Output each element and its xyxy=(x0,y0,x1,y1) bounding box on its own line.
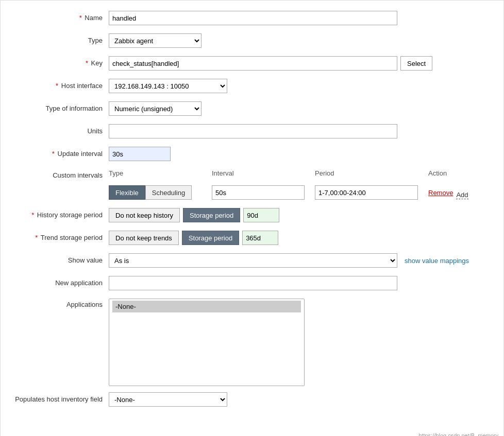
history-storage-period-button[interactable]: Storage period xyxy=(183,208,240,222)
show-value-mappings-link[interactable]: show value mappings xyxy=(405,257,469,265)
name-label: * Name xyxy=(6,11,109,22)
type-label: Type xyxy=(6,33,109,44)
history-required-star: * xyxy=(31,211,34,219)
host-interface-required-star: * xyxy=(56,82,58,90)
custom-intervals-wrap: Type Interval Period Action FlexibleSche… xyxy=(109,169,498,202)
interval-action-cell: Remove xyxy=(428,189,453,197)
type-select[interactable]: Zabbix agentZabbix agent (active)Simple … xyxy=(109,33,201,48)
col-action-label: Action xyxy=(428,169,447,179)
add-interval-link[interactable]: Add xyxy=(456,191,468,199)
show-value-wrap: As is show value mappings xyxy=(109,253,498,268)
populates-label: Populates host inventory field xyxy=(6,392,109,403)
history-storage-label: * History storage period xyxy=(6,208,109,219)
units-input[interactable] xyxy=(109,124,397,138)
trend-no-keep-button[interactable]: Do not keep trends xyxy=(109,231,179,245)
update-interval-input[interactable] xyxy=(109,147,171,161)
interval-value-input[interactable] xyxy=(212,185,305,200)
host-interface-wrap: 192.168.149.143 : 10050 xyxy=(109,79,498,93)
key-label: * Key xyxy=(6,56,109,67)
scheduling-button[interactable]: Scheduling xyxy=(145,185,192,200)
populates-select[interactable]: -None- xyxy=(109,392,227,407)
name-field-wrap xyxy=(109,11,498,25)
name-input[interactable] xyxy=(109,11,397,25)
applications-listbox[interactable]: -None- xyxy=(109,299,305,386)
new-application-input[interactable] xyxy=(109,276,397,290)
populates-wrap: -None- xyxy=(109,392,498,407)
trend-value-input[interactable] xyxy=(242,231,278,245)
add-interval-wrap: Add xyxy=(456,188,468,199)
trend-required-star: * xyxy=(35,234,38,241)
applications-label: Applications xyxy=(6,299,109,308)
units-label: Units xyxy=(6,124,109,135)
trend-storage-period-button[interactable]: Storage period xyxy=(182,231,239,245)
remove-interval-link[interactable]: Remove xyxy=(428,189,453,197)
interval-interval-cell xyxy=(212,185,315,200)
period-value-input[interactable] xyxy=(315,185,418,200)
new-application-label: New application xyxy=(6,276,109,287)
flexible-button[interactable]: Flexible xyxy=(109,185,145,200)
col-type-label: Type xyxy=(109,169,212,179)
type-of-info-wrap: Numeric (unsigned)Numeric (float)Charact… xyxy=(109,101,498,116)
history-value-input[interactable] xyxy=(243,208,279,222)
custom-intervals-label: Custom intervals xyxy=(6,169,109,179)
intervals-header: Type Interval Period Action xyxy=(109,169,447,179)
units-wrap xyxy=(109,124,498,138)
key-required-star: * xyxy=(86,59,88,67)
name-required-star: * xyxy=(79,14,82,22)
history-storage-wrap: Do not keep history Storage period xyxy=(109,208,498,222)
key-field-wrap: Select xyxy=(109,56,498,71)
trend-storage-label: * Trend storage period xyxy=(6,231,109,241)
type-of-info-select[interactable]: Numeric (unsigned)Numeric (float)Charact… xyxy=(109,101,201,116)
show-value-select[interactable]: As is xyxy=(109,253,397,268)
update-interval-wrap xyxy=(109,147,498,161)
key-input[interactable] xyxy=(109,56,397,71)
trend-storage-wrap: Do not keep trends Storage period xyxy=(109,231,498,245)
key-select-button[interactable]: Select xyxy=(400,56,432,71)
update-interval-label: * Update interval xyxy=(6,147,109,158)
type-field-wrap: Zabbix agentZabbix agent (active)Simple … xyxy=(109,33,498,48)
host-interface-select[interactable]: 192.168.149.143 : 10050 xyxy=(109,79,227,93)
interval-type-cell: FlexibleScheduling xyxy=(109,185,212,200)
type-of-info-label: Type of information xyxy=(6,101,109,112)
host-interface-label: * Host interface xyxy=(6,79,109,90)
interval-period-cell xyxy=(315,185,428,200)
col-period-label: Period xyxy=(315,169,428,179)
footer-url: https://blog.csdn.net/B_memory xyxy=(1,430,503,436)
show-value-label: Show value xyxy=(6,253,109,264)
col-interval-label: Interval xyxy=(212,169,315,179)
update-interval-required-star: * xyxy=(52,150,55,158)
history-no-keep-button[interactable]: Do not keep history xyxy=(109,208,180,222)
new-application-wrap xyxy=(109,276,498,290)
applications-wrap: -None- xyxy=(109,299,498,386)
interval-row: FlexibleScheduling Remove xyxy=(109,185,453,200)
